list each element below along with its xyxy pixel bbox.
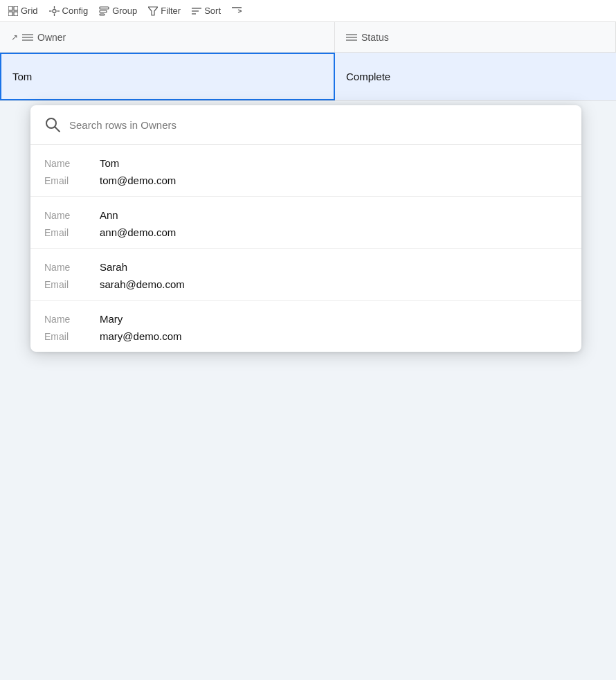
search-input[interactable] [69, 119, 568, 131]
header-status[interactable]: Status [335, 22, 616, 52]
email-field: Emailann@demo.com [44, 226, 568, 238]
header-owner[interactable]: ↗ Owner [0, 22, 335, 52]
name-value: Sarah [100, 261, 127, 273]
config-icon [49, 6, 60, 16]
toolbar-group[interactable]: Group [99, 6, 137, 16]
filter-icon [148, 6, 158, 16]
table-row-selected[interactable]: Tom Complete [0, 53, 616, 101]
table-header: ↗ Owner Status [0, 22, 616, 53]
cell-owner-value: Tom [12, 71, 32, 82]
person-entry[interactable]: NameTomEmailtom@demo.com [30, 145, 581, 197]
svg-rect-9 [100, 7, 109, 9]
status-lines-icon [346, 33, 357, 42]
group-icon [99, 6, 109, 16]
toolbar-config[interactable]: Config [49, 6, 89, 16]
grid-icon [8, 6, 18, 16]
cell-owner[interactable]: Tom [0, 53, 335, 100]
toolbar-grid[interactable]: Grid [8, 6, 38, 16]
toolbar-more[interactable] [232, 6, 242, 16]
toolbar-sort[interactable]: Sort [192, 6, 221, 16]
arrow-icon: ↗ [11, 33, 18, 42]
person-entry[interactable]: NameMaryEmailmary@demo.com [30, 301, 581, 352]
svg-rect-2 [8, 12, 12, 16]
email-value: ann@demo.com [100, 226, 176, 238]
email-value: sarah@demo.com [100, 278, 185, 290]
email-label: Email [44, 227, 100, 238]
email-label: Email [44, 331, 100, 342]
more-icon [232, 6, 242, 16]
toolbar-sort-label: Sort [204, 6, 221, 16]
toolbar-config-label: Config [62, 6, 89, 16]
name-label: Name [44, 210, 100, 221]
svg-rect-10 [100, 10, 107, 12]
header-owner-label: Owner [37, 32, 66, 43]
cell-status-value: Complete [346, 71, 390, 82]
name-field: NameSarah [44, 261, 568, 273]
name-value: Tom [100, 157, 119, 169]
person-entry[interactable]: NameSarahEmailsarah@demo.com [30, 249, 581, 301]
email-field: Emailsarah@demo.com [44, 278, 568, 290]
svg-line-24 [55, 127, 60, 132]
header-status-label: Status [361, 32, 389, 43]
search-row[interactable] [30, 105, 581, 145]
name-field: NameMary [44, 313, 568, 325]
svg-marker-12 [148, 7, 158, 15]
toolbar: Grid Config Group Filter Sort [0, 0, 616, 22]
owner-dropdown[interactable]: NameTomEmailtom@demo.comNameAnnEmailann@… [30, 105, 581, 352]
lines-icon [22, 33, 33, 42]
name-field: NameTom [44, 157, 568, 169]
name-value: Ann [100, 209, 118, 221]
name-label: Name [44, 314, 100, 325]
svg-rect-3 [14, 12, 18, 16]
svg-point-4 [53, 9, 56, 12]
email-value: tom@demo.com [100, 175, 176, 186]
name-label: Name [44, 262, 100, 273]
name-field: NameAnn [44, 209, 568, 221]
email-field: Emailmary@demo.com [44, 330, 568, 342]
name-label: Name [44, 158, 100, 169]
svg-rect-11 [100, 14, 105, 15]
toolbar-filter[interactable]: Filter [148, 6, 181, 16]
svg-rect-1 [14, 6, 18, 10]
search-icon-wrap [44, 116, 61, 133]
email-label: Email [44, 279, 100, 290]
person-list: NameTomEmailtom@demo.comNameAnnEmailann@… [30, 145, 581, 352]
sort-icon [192, 6, 201, 16]
email-label: Email [44, 175, 100, 186]
cell-status: Complete [335, 53, 616, 100]
svg-rect-0 [8, 6, 12, 10]
person-entry[interactable]: NameAnnEmailann@demo.com [30, 197, 581, 249]
toolbar-filter-label: Filter [161, 6, 181, 16]
toolbar-grid-label: Grid [21, 6, 38, 16]
name-value: Mary [100, 313, 123, 325]
toolbar-group-label: Group [112, 6, 137, 16]
email-value: mary@demo.com [100, 330, 182, 342]
search-icon [44, 116, 61, 133]
email-field: Emailtom@demo.com [44, 175, 568, 186]
